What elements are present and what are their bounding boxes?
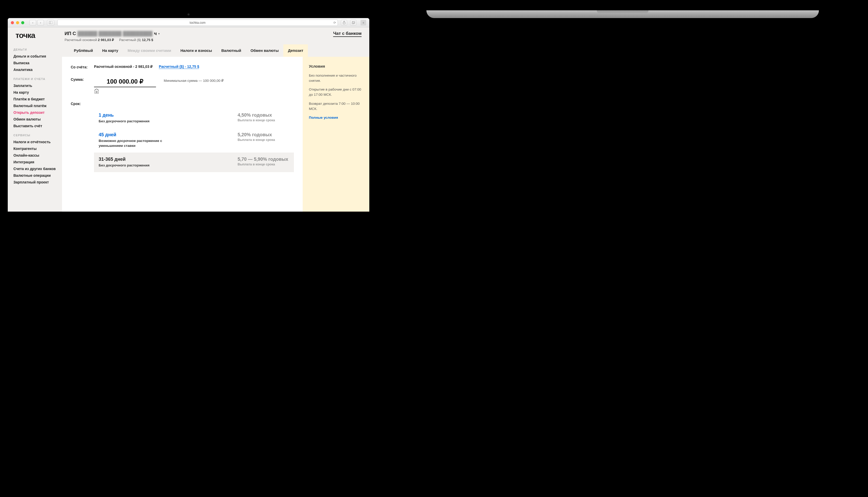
- sidebar-toggle-icon[interactable]: [47, 20, 54, 26]
- panel-full-terms-link[interactable]: Полные условия: [309, 116, 338, 119]
- share-icon[interactable]: [341, 20, 347, 26]
- sidebar-item-statement[interactable]: Выписка: [13, 61, 56, 65]
- payment-tabs: Рублёвый На карту Между своими счетами Н…: [62, 44, 369, 57]
- term-1-rate: 4,50% годовых: [238, 113, 289, 118]
- sidebar-item-currency-ops[interactable]: Валютные операции: [13, 173, 56, 178]
- panel-p2: Открытие в рабочие дни с 07:00 до 17:00 …: [309, 87, 363, 98]
- balance-usd: Расчетный ($) 12,75 $: [119, 38, 153, 42]
- term-2-title: 45 дней: [99, 132, 227, 138]
- term-2-rate-sub: Выплата в конце срока: [238, 138, 289, 142]
- sidebar-item-payroll[interactable]: Зарплатный проект: [13, 180, 56, 184]
- tab-currency[interactable]: Валютный: [217, 44, 246, 57]
- panel-p3: Возврат депозита 7:00 — 10:00 МСК.: [309, 101, 363, 112]
- back-button[interactable]: ‹: [29, 20, 36, 26]
- panel-p1: Без пополнения и частичного снятия.: [309, 73, 363, 84]
- sidebar-item-other-accounts[interactable]: Счета из других банков: [13, 167, 56, 171]
- url-text: tochka.com: [190, 21, 205, 25]
- chat-link[interactable]: Чат с банком: [333, 31, 361, 37]
- term-2-rate: 5,20% годовых: [238, 132, 289, 138]
- logo[interactable]: точка: [15, 31, 65, 40]
- from-account-usd[interactable]: Расчетный ($) - 12,75 $: [159, 65, 199, 69]
- window-minimize[interactable]: [16, 21, 19, 24]
- browser-toolbar: ‹ › tochka.com ⟳ +: [8, 18, 369, 27]
- sidebar-head-services: СЕРВИСЫ: [13, 134, 56, 137]
- term-option-2[interactable]: 45 дней Возможно досрочное расторжение с…: [94, 128, 294, 153]
- sidebar-item-pay[interactable]: Заплатить: [13, 84, 56, 88]
- tabs-icon[interactable]: [350, 20, 356, 26]
- sidebar-item-exchange[interactable]: Обмен валюты: [13, 117, 56, 121]
- term-option-3[interactable]: 31-365 дней Без досрочного расторжения 5…: [94, 153, 294, 172]
- svg-rect-5: [353, 21, 355, 23]
- term-1-title: 1 день: [99, 113, 227, 118]
- new-tab-button[interactable]: +: [360, 20, 366, 26]
- panel-title: Условия: [309, 63, 363, 69]
- tab-taxes[interactable]: Налоги и взносы: [176, 44, 217, 57]
- sidebar-item-open-deposit[interactable]: Открыть депозит: [13, 111, 56, 115]
- amount-value: 100 000.00 ₽: [94, 77, 156, 87]
- sidebar-item-invoice[interactable]: Выставить счёт: [13, 124, 56, 128]
- tab-deposit[interactable]: Депозит: [283, 44, 308, 57]
- tab-card[interactable]: На карту: [98, 44, 123, 57]
- account-selector[interactable]: ИП С ██████ ███████ █████████ ч ▾: [65, 31, 333, 37]
- term-3-rate: 5,70 — 5,90% годовых: [238, 157, 289, 162]
- term-1-rate-sub: Выплата в конце срока: [238, 118, 289, 122]
- sidebar: ДЕНЬГИ Деньги и события Выписка Аналитик…: [8, 44, 62, 212]
- min-amount: Минимальная сумма — 100 000,00 ₽: [164, 77, 224, 83]
- window-maximize[interactable]: [21, 21, 24, 24]
- term-1-sub: Без досрочного расторжения: [99, 119, 166, 124]
- reload-icon[interactable]: ⟳: [333, 21, 336, 25]
- tab-between[interactable]: Между своими счетами: [123, 44, 176, 57]
- sidebar-item-counterparties[interactable]: Контрагенты: [13, 146, 56, 151]
- sidebar-item-taxes[interactable]: Налоги и отчётность: [13, 140, 56, 144]
- amount-input[interactable]: 100 000.00 ₽: [94, 77, 156, 94]
- sidebar-item-analytics[interactable]: Аналитика: [13, 68, 56, 72]
- sidebar-item-events[interactable]: Деньги и события: [13, 54, 56, 58]
- chevron-down-icon: ▾: [158, 32, 160, 35]
- term-option-1[interactable]: 1 день Без досрочного расторжения 4,50% …: [94, 109, 294, 128]
- url-bar[interactable]: tochka.com ⟳: [57, 19, 338, 26]
- svg-rect-0: [49, 21, 52, 24]
- sidebar-head-money: ДЕНЬГИ: [13, 48, 56, 51]
- from-label: Со счёта:: [71, 65, 94, 69]
- conditions-panel: Условия Без пополнения и частичного снят…: [303, 57, 369, 212]
- svg-rect-4: [352, 22, 354, 24]
- forward-button[interactable]: ›: [37, 20, 44, 26]
- tab-rub[interactable]: Рублёвый: [69, 44, 98, 57]
- term-label: Срок:: [71, 101, 94, 106]
- window-close[interactable]: [11, 21, 14, 24]
- term-3-title: 31-365 дней: [99, 157, 227, 162]
- balance-rub: Расчетный основной 2 981,03 ₽: [65, 38, 114, 42]
- term-3-sub: Без досрочного расторжения: [99, 163, 166, 168]
- from-account-rub[interactable]: Расчетный основной - 2 981,03 ₽: [94, 65, 153, 69]
- term-3-rate-sub: Выплата в конце срока: [238, 162, 289, 166]
- sidebar-head-payments: ПЛАТЕЖИ И СЧЕТА: [13, 77, 56, 81]
- sidebar-item-currency-pay[interactable]: Валютный платёж: [13, 104, 56, 108]
- sidebar-item-to-card[interactable]: На карту: [13, 90, 56, 95]
- sidebar-item-budget[interactable]: Платёж в бюджет: [13, 97, 56, 101]
- tab-exchange[interactable]: Обмен валюты: [246, 44, 283, 57]
- sidebar-item-online-kassa[interactable]: Онлайн-кассы: [13, 153, 56, 157]
- sidebar-item-integration[interactable]: Интеграция: [13, 160, 56, 164]
- amount-label: Сумма:: [71, 77, 94, 82]
- slider-handle-icon[interactable]: [94, 89, 156, 94]
- term-2-sub: Возможно досрочное расторжение с уменьше…: [99, 139, 166, 148]
